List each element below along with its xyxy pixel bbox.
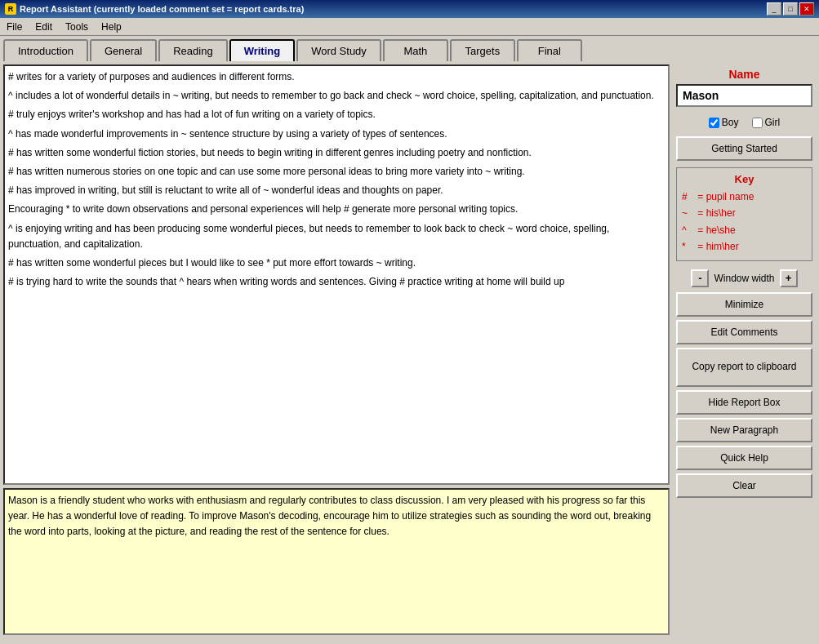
key-sym-star: * (682, 238, 695, 255)
key-desc-4: = him\her (697, 241, 738, 252)
key-desc-1: = pupil name (697, 191, 754, 202)
boy-checkbox[interactable] (709, 118, 719, 128)
new-paragraph-button[interactable]: New Paragraph (676, 418, 812, 442)
menu-tools[interactable]: Tools (62, 20, 91, 34)
tab-bar: Introduction General Reading Writing Wor… (0, 36, 819, 61)
menu-help[interactable]: Help (98, 20, 125, 34)
comment-line-10: # has written numerous stories on one to… (8, 164, 665, 180)
comment-line-8: # has written some wonderful fiction sto… (8, 145, 665, 161)
comment-line-4: # truly enjoys writer's workshop and has… (8, 107, 665, 122)
tab-word-study[interactable]: Word Study (296, 39, 381, 61)
name-section: Name (676, 68, 812, 107)
comment-line-20: # is trying hard to write the sounds tha… (8, 274, 665, 290)
right-panel: Name Boy Girl Getting Started Key # = pu… (673, 64, 816, 635)
name-input[interactable] (676, 84, 812, 107)
key-sym-hash: # (682, 189, 695, 205)
comment-line-12: # has improved in writing, but still is … (8, 183, 665, 198)
tab-introduction[interactable]: Introduction (3, 39, 88, 61)
name-label: Name (676, 68, 812, 81)
key-section: Key # = pupil name ~ = his\her ^ = he\sh… (676, 167, 812, 261)
copy-report-button[interactable]: Copy report to clipboard (676, 348, 812, 387)
title-bar-controls: _ □ ✕ (767, 2, 814, 16)
tab-reading[interactable]: Reading (158, 39, 227, 61)
comment-line-16: ^ is enjoying writing and has been produ… (8, 221, 665, 252)
key-row-3: ^ = he\she (682, 222, 807, 238)
key-row-1: # = pupil name (682, 189, 807, 205)
key-desc-3: = he\she (697, 224, 735, 236)
minimize-window-btn[interactable]: _ (767, 2, 781, 16)
key-row-2: ~ = his\her (682, 205, 807, 221)
tab-targets[interactable]: Targets (450, 39, 515, 61)
hide-report-button[interactable]: Hide Report Box (676, 390, 812, 415)
comments-box[interactable]: # writes for a variety of purposes and a… (3, 64, 670, 485)
window-width-plus-btn[interactable]: + (780, 269, 798, 287)
key-sym-tilde: ~ (682, 205, 695, 221)
girl-label: Girl (765, 117, 781, 128)
report-area-wrap: Mason is a friendly student who works wi… (3, 488, 670, 635)
window-title: Report Assistant (currently loaded comme… (20, 4, 304, 14)
key-desc-2: = his\her (697, 207, 735, 219)
window-width-label: Window width (714, 273, 774, 284)
window-width-row: - Window width + (676, 269, 812, 287)
key-sym-caret: ^ (682, 222, 695, 238)
title-bar: R Report Assistant (currently loaded com… (0, 0, 819, 18)
tab-writing[interactable]: Writing (229, 39, 296, 61)
menu-file[interactable]: File (3, 20, 25, 34)
title-bar-text: R Report Assistant (currently loaded com… (5, 3, 304, 15)
boy-option[interactable]: Boy (709, 117, 739, 128)
boy-label: Boy (722, 117, 739, 128)
key-row-4: * = him\her (682, 238, 807, 255)
getting-started-button[interactable]: Getting Started (676, 136, 812, 161)
report-box[interactable]: Mason is a friendly student who works wi… (3, 488, 670, 635)
comment-line-0: # writes for a variety of purposes and a… (8, 69, 665, 85)
tab-math[interactable]: Math (383, 39, 448, 61)
tab-final[interactable]: Final (517, 39, 582, 61)
gender-row: Boy Girl (676, 117, 812, 128)
comments-area-wrap: # writes for a variety of purposes and a… (3, 64, 670, 485)
left-panel: # writes for a variety of purposes and a… (3, 64, 670, 635)
main-content: # writes for a variety of purposes and a… (0, 61, 819, 638)
tab-general[interactable]: General (90, 39, 157, 61)
window-width-minus-btn[interactable]: - (691, 269, 709, 287)
menu-bar: File Edit Tools Help (0, 18, 819, 36)
edit-comments-button[interactable]: Edit Comments (676, 320, 812, 344)
comment-line-6: ^ has made wonderful improvements in ~ s… (8, 127, 665, 142)
maximize-window-btn[interactable]: □ (783, 2, 798, 16)
clear-button[interactable]: Clear (676, 473, 812, 498)
comment-line-2: ^ includes a lot of wonderful details in… (8, 88, 665, 104)
girl-checkbox[interactable] (752, 118, 763, 128)
key-title: Key (682, 173, 807, 185)
comment-line-14: Encouraging * to write down observations… (8, 202, 665, 217)
quick-help-button[interactable]: Quick Help (676, 446, 812, 470)
close-window-btn[interactable]: ✕ (799, 2, 814, 16)
menu-edit[interactable]: Edit (32, 20, 56, 34)
minimize-button[interactable]: Minimize (676, 292, 812, 317)
girl-option[interactable]: Girl (752, 117, 781, 128)
app-icon: R (5, 3, 16, 15)
comment-line-18: # has written some wonderful pieces but … (8, 255, 665, 271)
